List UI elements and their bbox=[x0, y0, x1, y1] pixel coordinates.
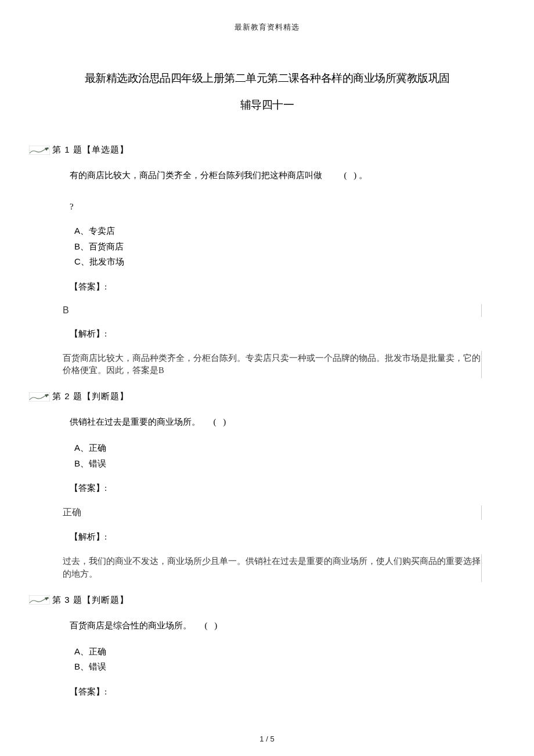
question-1-stem: 有的商店比较大，商品门类齐全，分柜台陈列我们把这种商店叫做 bbox=[70, 171, 322, 180]
question-3-label: 第 3 题【判断题】 bbox=[52, 595, 129, 606]
answer-label: 【答案】: bbox=[70, 483, 482, 494]
option-a-text: 专卖店 bbox=[89, 226, 115, 236]
document-title: 最新精选政治思品四年级上册第二单元第二课各种各样的商业场所冀教版巩固 辅导四十一 bbox=[52, 65, 482, 118]
title-line-2: 辅导四十一 bbox=[240, 99, 294, 111]
question-2-options: A、正确 B、错误 bbox=[74, 440, 482, 471]
option-a: A、专卖店 bbox=[74, 223, 482, 239]
option-b-text: 错误 bbox=[89, 662, 106, 671]
bullet-icon bbox=[29, 392, 50, 402]
question-2-label: 第 2 题【判断题】 bbox=[52, 391, 129, 402]
question-1-mark: ? bbox=[70, 202, 482, 212]
question-1-header: 第 1 题【单选题】 bbox=[29, 144, 482, 155]
question-2: 第 2 题【判断题】 供销社在过去是重要的商业场所。 ( ) A、正确 B、错误… bbox=[52, 391, 482, 582]
question-2-answer: 正确 bbox=[63, 505, 482, 520]
option-a-letter: A、 bbox=[74, 443, 89, 453]
document-content: 最新精选政治思品四年级上册第二单元第二课各种各样的商业场所冀教版巩固 辅导四十一… bbox=[0, 65, 534, 697]
explain-label: 【解析】: bbox=[70, 531, 482, 542]
option-b: B、错误 bbox=[74, 456, 482, 472]
option-b-letter: B、 bbox=[74, 241, 89, 251]
explain-label: 【解析】: bbox=[70, 328, 482, 339]
question-3-stem: 百货商店是综合性的商业场所。 bbox=[70, 621, 192, 630]
question-1-text: 有的商店比较大，商品门类齐全，分柜台陈列我们把这种商店叫做 ( )。 bbox=[70, 168, 482, 182]
question-2-text: 供销社在过去是重要的商业场所。 ( ) bbox=[70, 415, 482, 429]
option-a-letter: A、 bbox=[74, 646, 89, 656]
question-2-explain: 过去，我们的商业不发达，商业场所少且单一。供销社在过去是重要的商业场所，使人们购… bbox=[63, 554, 482, 582]
option-b-letter: B、 bbox=[74, 458, 89, 468]
option-c-letter: C、 bbox=[74, 256, 89, 266]
option-a: A、正确 bbox=[74, 644, 482, 660]
option-b: B、百货商店 bbox=[74, 239, 482, 255]
question-3: 第 3 题【判断题】 百货商店是综合性的商业场所。 ( ) A、正确 B、错误 … bbox=[52, 595, 482, 697]
question-2-blank: ( ) bbox=[214, 415, 229, 429]
page-header: 最新教育资料精选 bbox=[0, 0, 534, 32]
question-1: 第 1 题【单选题】 有的商店比较大，商品门类齐全，分柜台陈列我们把这种商店叫做… bbox=[52, 144, 482, 378]
option-b-text: 百货商店 bbox=[89, 242, 124, 251]
question-2-header: 第 2 题【判断题】 bbox=[29, 391, 482, 402]
question-1-label: 第 1 题【单选题】 bbox=[52, 144, 129, 155]
title-line-1: 最新精选政治思品四年级上册第二单元第二课各种各样的商业场所冀教版巩固 bbox=[85, 72, 450, 84]
question-2-stem: 供销社在过去是重要的商业场所。 bbox=[70, 417, 200, 426]
question-2-body: 供销社在过去是重要的商业场所。 ( ) A、正确 B、错误 【答案】: 正确 【… bbox=[52, 415, 482, 582]
question-3-header: 第 3 题【判断题】 bbox=[29, 595, 482, 606]
answer-label: 【答案】: bbox=[70, 281, 482, 292]
question-1-body: 有的商店比较大，商品门类齐全，分柜台陈列我们把这种商店叫做 ( )。 ? A、专… bbox=[52, 168, 482, 378]
question-1-explain: 百货商店比较大，商品种类齐全，分柜台陈列。专卖店只卖一种或一个品牌的物品。批发市… bbox=[63, 351, 482, 379]
question-1-answer: B bbox=[63, 304, 482, 317]
option-b-text: 错误 bbox=[89, 459, 106, 468]
option-a-letter: A、 bbox=[74, 226, 89, 236]
question-3-text: 百货商店是综合性的商业场所。 ( ) bbox=[70, 618, 482, 632]
option-b-letter: B、 bbox=[74, 661, 89, 671]
option-c: C、批发市场 bbox=[74, 254, 482, 270]
option-a-text: 正确 bbox=[89, 647, 106, 656]
option-a-text: 正确 bbox=[89, 443, 106, 453]
option-c-text: 批发市场 bbox=[89, 257, 124, 266]
question-1-options: A、专卖店 B、百货商店 C、批发市场 bbox=[74, 223, 482, 270]
option-b: B、错误 bbox=[74, 659, 482, 675]
question-3-options: A、正确 B、错误 bbox=[74, 644, 482, 675]
question-3-body: 百货商店是综合性的商业场所。 ( ) A、正确 B、错误 【答案】: bbox=[52, 618, 482, 697]
answer-label: 【答案】: bbox=[70, 686, 482, 697]
question-1-blank: ( )。 bbox=[344, 168, 370, 182]
bullet-icon bbox=[29, 145, 50, 155]
option-a: A、正确 bbox=[74, 440, 482, 456]
page-footer: 1 / 5 bbox=[0, 735, 534, 743]
bullet-icon bbox=[29, 595, 50, 605]
question-3-blank: ( ) bbox=[205, 618, 220, 632]
